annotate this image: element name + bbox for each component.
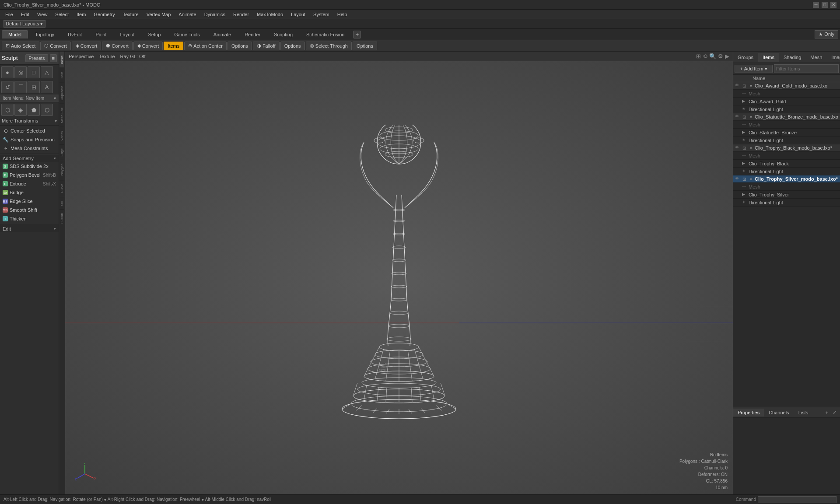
edge-slice-item[interactable]: ES Edge Slice — [0, 197, 59, 206]
auto-select-button[interactable]: ⊡ Auto Select — [2, 42, 39, 50]
tool-icon-a3[interactable]: ⬟ — [28, 104, 40, 116]
tool-icon-grid[interactable]: ⊞ — [28, 81, 40, 93]
lvtab-duplicate[interactable]: Duplicate — [60, 82, 64, 104]
viewport-icon-5[interactable]: ▶ — [725, 53, 729, 60]
award-gold-mesh[interactable]: — Mesh — [733, 90, 840, 98]
add-tab-button[interactable]: + — [353, 31, 361, 38]
eye-icon-1[interactable]: 👁 — [735, 83, 740, 88]
convert-button-3[interactable]: ⬟ Convert — [102, 42, 133, 50]
tab-scripting[interactable]: Scripting — [267, 30, 299, 38]
menu-system[interactable]: System — [310, 11, 333, 18]
pp-tab-channels[interactable]: Channels — [764, 409, 794, 416]
edit-section[interactable]: Edit ▾ — [0, 225, 59, 232]
menu-help[interactable]: Help — [334, 11, 351, 18]
layout-selector[interactable]: Default Layouts ▾ — [4, 20, 46, 28]
lvtab-mesh-edit[interactable]: Mesh Edit — [60, 104, 64, 127]
ip-tab-images[interactable]: Images — [827, 53, 840, 62]
trophy-black-item[interactable]: ▶ Clio_Trophy_Black — [733, 160, 840, 168]
add-geometry-section[interactable]: Add Geometry ▾ — [0, 155, 59, 162]
menu-animate[interactable]: Animate — [175, 11, 200, 18]
statuette-bronze-mesh[interactable]: — Mesh — [733, 121, 840, 129]
item-group-statuette-bronze-header[interactable]: 👁 ⊡ ▾ Clio_Statuette_Bronze_modo_base.lx… — [733, 113, 840, 121]
thicken-item[interactable]: T Thicken — [0, 214, 59, 223]
tool-icon-circle[interactable]: ● — [1, 66, 14, 78]
tab-uvedit[interactable]: UvEdit — [61, 30, 88, 38]
options-button-2[interactable]: Options — [280, 42, 305, 50]
trophy-silver-light[interactable]: ☀ Directional Light — [733, 199, 840, 206]
presets-button[interactable]: Presets — [25, 54, 48, 62]
item-group-trophy-silver-header[interactable]: 👁 ⊡ ▾ Clio_Trophy_Silver_modo_base.lxo* — [733, 175, 840, 183]
ip-tab-groups[interactable]: Groups — [733, 53, 758, 62]
more-transforms-row[interactable]: More Transforms ▾ — [0, 117, 59, 124]
menu-file[interactable]: File — [2, 11, 17, 18]
award-gold-light[interactable]: ☀ Directional Light — [733, 105, 840, 113]
minimize-button[interactable]: ─ — [813, 2, 819, 8]
expand-icon-3[interactable]: ▾ — [748, 145, 753, 150]
items-button[interactable]: Items — [164, 42, 183, 50]
award-gold-item[interactable]: ▶ Clio_Award_Gold — [733, 98, 840, 105]
tool-icon-rotate[interactable]: ↺ — [1, 81, 14, 93]
sds-subdivide-item[interactable]: S SDS Subdivide 2x — [0, 162, 59, 171]
eye-icon-3[interactable]: 👁 — [735, 145, 740, 150]
viewport-icon-3[interactable]: 🔍 — [709, 53, 716, 60]
pp-tab-properties[interactable]: Properties — [733, 409, 764, 416]
tool-icon-square[interactable]: □ — [28, 66, 40, 78]
statuette-bronze-light[interactable]: ☀ Directional Light — [733, 136, 840, 144]
menu-item[interactable]: Item — [73, 11, 89, 18]
ip-tab-items[interactable]: Items — [758, 53, 779, 62]
item-group-trophy-black-header[interactable]: 👁 ⊡ ▾ Clio_Trophy_Black_modo_base.lxo* — [733, 144, 840, 152]
tab-paint[interactable]: Paint — [89, 30, 113, 38]
tab-animate[interactable]: Animate — [207, 30, 238, 38]
viewport-icon-4[interactable]: ⚙ — [718, 53, 723, 60]
menu-render[interactable]: Render — [230, 11, 252, 18]
menu-texture[interactable]: Texture — [119, 11, 142, 18]
trophy-black-mesh[interactable]: — Mesh — [733, 152, 840, 160]
tab-setup[interactable]: Setup — [142, 30, 168, 38]
lvtab-fusion[interactable]: Fusion — [60, 209, 64, 227]
options-button-1[interactable]: Options — [228, 42, 252, 50]
lvtab-curve[interactable]: Curve — [60, 180, 64, 196]
menu-select[interactable]: Select — [52, 11, 72, 18]
viewport-icon-2[interactable]: ⟲ — [703, 53, 707, 60]
trophy-black-light[interactable]: ☀ Directional Light — [733, 168, 840, 175]
pp-tab-lists[interactable]: Lists — [794, 409, 813, 416]
convert-button-2[interactable]: ◈ Convert — [72, 42, 102, 50]
expand-icon-2[interactable]: ▾ — [748, 114, 753, 119]
tab-render[interactable]: Render — [238, 30, 267, 38]
options-button-3[interactable]: Options — [353, 42, 377, 50]
menu-view[interactable]: View — [34, 11, 51, 18]
smooth-shift-item[interactable]: SS Smooth Shift — [0, 206, 59, 214]
trophy-silver-mesh[interactable]: — Mesh — [733, 183, 840, 191]
maximize-button[interactable]: □ — [822, 2, 828, 8]
menu-layout[interactable]: Layout — [287, 11, 309, 18]
item-menu-header[interactable]: Item Menu: New Item ▾ — [0, 94, 59, 102]
item-group-award-gold-header[interactable]: 👁 ⊡ ▾ Clio_Award_Gold_modo_base.lxo — [733, 82, 840, 90]
lvtab-item[interactable]: Item — [60, 68, 64, 82]
tab-schematic-fusion[interactable]: Schematic Fusion — [300, 30, 351, 38]
menu-dynamics[interactable]: Dynamics — [201, 11, 229, 18]
action-center-button[interactable]: ⊕ Action Center — [184, 42, 227, 50]
snaps-precision-item[interactable]: 🔧 Snaps and Precision — [0, 135, 59, 144]
presets-options-button[interactable]: ≡ — [50, 54, 57, 62]
viewport-canvas[interactable]: CLIO AWARD SILVER — [65, 61, 733, 494]
convert-button-4[interactable]: ◆ Convert — [133, 42, 163, 50]
expand-icon-1[interactable]: ▾ — [748, 83, 753, 88]
items-list[interactable]: 👁 ⊡ ▾ Clio_Award_Gold_modo_base.lxo — Me… — [733, 82, 840, 407]
lvtab-basic[interactable]: Basic — [60, 52, 64, 68]
menu-geometry[interactable]: Geometry — [90, 11, 118, 18]
filter-items-input[interactable] — [774, 64, 839, 73]
tool-icon-a2[interactable]: ◈ — [14, 104, 27, 116]
tool-icon-text[interactable]: A — [41, 81, 53, 93]
mesh-constraints-item[interactable]: ⌖ Mesh Constraints — [0, 144, 59, 153]
tool-icon-ring[interactable]: ◎ — [14, 66, 27, 78]
tab-game-tools[interactable]: Game Tools — [168, 30, 206, 38]
tab-topology[interactable]: Topology — [28, 30, 61, 38]
eye-icon-2[interactable]: 👁 — [735, 114, 740, 119]
only-button[interactable]: ★ Only — [815, 30, 838, 38]
close-button[interactable]: ✕ — [830, 2, 836, 8]
ip-tab-mesh[interactable]: Mesh — [806, 53, 827, 62]
eye-icon-4[interactable]: 👁 — [735, 176, 740, 182]
props-tool-1[interactable]: + — [824, 409, 830, 416]
lvtab-edge[interactable]: Edge — [60, 144, 64, 160]
extrude-item[interactable]: E Extrude Shift-X — [0, 179, 59, 188]
